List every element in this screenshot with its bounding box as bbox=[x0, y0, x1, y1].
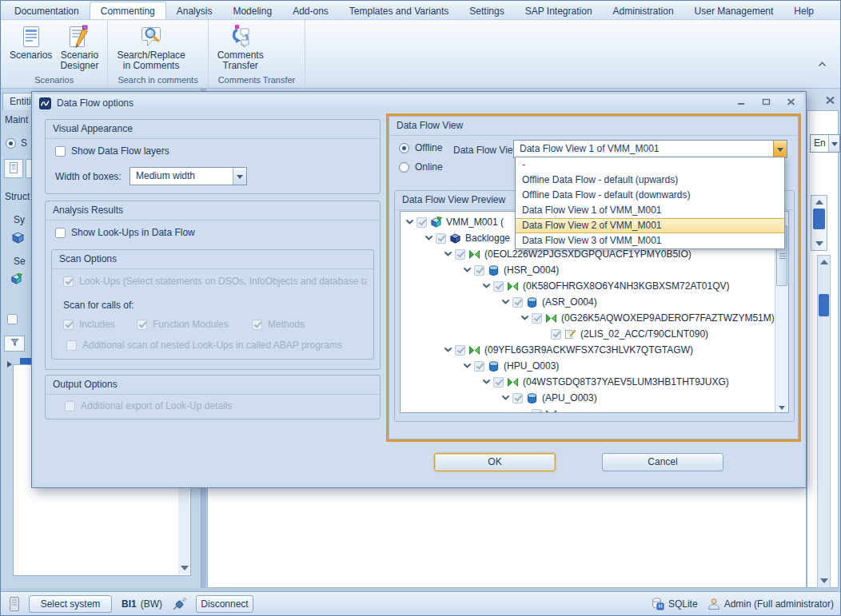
offline-radio[interactable]: Offline bbox=[399, 142, 442, 153]
dropdown-option[interactable]: Offline Data Flow - default (upwards) bbox=[516, 173, 784, 188]
tree-row[interactable]: (ASR_O004) bbox=[401, 294, 788, 310]
background-toolbar-button[interactable] bbox=[4, 159, 23, 178]
transformation-icon bbox=[468, 248, 480, 260]
scenario-designer-button[interactable]: Scenario Designer bbox=[56, 22, 102, 73]
maximize-button[interactable] bbox=[759, 97, 773, 107]
dropdown-option[interactable]: Data Flow View 2 of VMM_M001 bbox=[516, 218, 784, 233]
tab-templates-and-variants[interactable]: Templates and Variants bbox=[339, 2, 460, 19]
tree-row[interactable]: (0G26K5AQWOXEP9ADEROF7FAZTWZYM51M) bbox=[401, 310, 788, 326]
chevron-down-icon[interactable] bbox=[423, 236, 434, 240]
online-radio[interactable]: Online bbox=[399, 161, 443, 173]
background-vertical-scrollbar[interactable] bbox=[817, 255, 831, 588]
user-label: Admin (Full administrator) bbox=[724, 598, 834, 610]
filter-funnel-icon[interactable] bbox=[4, 336, 25, 352]
scrollbar-thumb[interactable] bbox=[819, 294, 829, 316]
application-window: DocumentationCommentingAnalysisModelingA… bbox=[0, 0, 841, 616]
tree-row[interactable]: (APU_O003) bbox=[401, 390, 788, 406]
user-indicator: Admin (Full administrator) bbox=[707, 598, 834, 610]
tree-row[interactable]: (HPU_O003) bbox=[401, 358, 788, 374]
background-subsection-label: Struct bbox=[5, 191, 30, 202]
dialog-title-bar[interactable]: Data Flow options bbox=[34, 94, 803, 112]
cancel-button[interactable]: Cancel bbox=[602, 453, 723, 471]
data-flow-view-select[interactable]: Data Flow View 1 of VMM_M001 bbox=[513, 140, 787, 158]
chevron-down-icon[interactable] bbox=[500, 395, 511, 400]
analysis-results-group: Analysis Results Show Look-Ups in Data F… bbox=[45, 201, 381, 370]
tab-help[interactable]: Help bbox=[783, 2, 824, 19]
scrollbar-thumb[interactable] bbox=[813, 209, 825, 229]
tree-checkbox bbox=[455, 249, 465, 260]
tree-row[interactable]: (0K58OFHRGX8O6Y4NH3KGBXSM72AT01QV) bbox=[401, 278, 788, 294]
transformation-icon bbox=[545, 408, 557, 414]
tab-documentation[interactable]: Documentation bbox=[4, 2, 90, 19]
tree-row[interactable]: (2LIS_02_ACC/T90CLNT090) bbox=[401, 326, 788, 342]
width-of-boxes-select[interactable]: Medium width bbox=[130, 167, 247, 185]
tab-administration[interactable]: Administration bbox=[603, 2, 684, 19]
chevron-down-icon[interactable] bbox=[442, 348, 453, 352]
disconnect-button[interactable]: Disconnect bbox=[196, 595, 253, 613]
tree-row-label: (0G26K5AQWOXEP9ADEROF7FAZTWZYM51M) bbox=[561, 312, 775, 324]
status-bar: Select system BI1 (BW) Disconnect H SQLi… bbox=[1, 591, 840, 615]
ok-button[interactable]: OK bbox=[434, 453, 556, 471]
checkbox-label: Function Modules bbox=[153, 319, 229, 330]
dropdown-option[interactable]: Offline Data Flow - default (downwards) bbox=[516, 188, 784, 203]
minimize-button[interactable] bbox=[734, 97, 748, 107]
tree-row[interactable] bbox=[401, 406, 788, 413]
background-radio[interactable]: S bbox=[6, 137, 27, 149]
tab-commenting[interactable]: Commenting bbox=[90, 2, 166, 19]
dropdown-button[interactable] bbox=[773, 141, 787, 157]
search-replace-icon bbox=[138, 24, 165, 50]
close-button[interactable] bbox=[783, 97, 798, 107]
collapse-ribbon-button[interactable] bbox=[815, 58, 829, 70]
chevron-down-icon[interactable] bbox=[480, 284, 492, 288]
language-select[interactable]: En bbox=[810, 134, 840, 153]
tree-row[interactable]: (HSR_O004) bbox=[401, 262, 788, 278]
tab-analysis[interactable]: Analysis bbox=[166, 2, 223, 19]
checkbox-icon bbox=[63, 320, 74, 330]
background-radio-label: S bbox=[21, 137, 27, 149]
ribbon-group-search-in-comments: Search/Replace in CommentsSearch in comm… bbox=[108, 20, 208, 88]
show-data-flow-layers-checkbox[interactable]: Show Data Flow layers bbox=[55, 145, 169, 157]
chevron-down-icon[interactable] bbox=[480, 380, 492, 384]
tree-checkbox bbox=[474, 361, 484, 372]
select-system-button[interactable]: Select system bbox=[29, 595, 112, 613]
close-icon[interactable] bbox=[823, 95, 837, 108]
comments-transfer-button[interactable]: Comments Transfer bbox=[213, 22, 268, 73]
background-checkbox[interactable] bbox=[7, 314, 18, 324]
chevron-down-icon[interactable] bbox=[442, 252, 453, 256]
checkbox-icon bbox=[55, 228, 66, 238]
chevron-down-icon[interactable] bbox=[519, 316, 530, 320]
tab-user-management[interactable]: User Management bbox=[684, 2, 784, 19]
tree-checkbox bbox=[532, 409, 542, 414]
chevron-down-icon[interactable] bbox=[500, 300, 511, 304]
language-dropdown-button[interactable] bbox=[828, 135, 839, 152]
tab-sap-integration[interactable]: SAP Integration bbox=[515, 2, 603, 19]
search-replace-in-comments-button[interactable]: Search/Replace in Comments bbox=[113, 22, 189, 73]
tab-settings[interactable]: Settings bbox=[459, 2, 514, 19]
cube-icon bbox=[449, 232, 461, 244]
tab-add-ons[interactable]: Add-ons bbox=[282, 2, 339, 19]
checkbox-icon bbox=[137, 320, 147, 330]
show-lookups-checkbox[interactable]: Show Look-Ups in Data Flow bbox=[55, 227, 195, 238]
tree-checkbox bbox=[455, 345, 465, 356]
chevron-down-icon[interactable] bbox=[461, 268, 472, 272]
tree-row-label: (HSR_O004) bbox=[504, 264, 559, 276]
checkbox-label: Show Look-Ups in Data Flow bbox=[71, 227, 195, 238]
tree-row-label: (0K58OFHRGX8O6Y4NH3KGBXSM72AT01QV) bbox=[523, 280, 730, 292]
dropdown-option[interactable]: Data Flow View 1 of VMM_M001 bbox=[516, 203, 784, 218]
chevron-down-icon[interactable] bbox=[404, 220, 415, 225]
tab-modeling[interactable]: Modeling bbox=[222, 2, 282, 19]
group-title: Data Flow View bbox=[389, 117, 798, 136]
chevron-down-icon[interactable] bbox=[461, 364, 472, 368]
background-small-scrollbar[interactable] bbox=[811, 195, 827, 251]
dropdown-option[interactable]: Data Flow View 3 of VMM_M001 bbox=[516, 233, 784, 248]
dropdown-option[interactable]: - bbox=[516, 157, 784, 173]
dropdown-button[interactable] bbox=[233, 168, 246, 185]
tree-checkbox bbox=[512, 297, 523, 308]
tree-row[interactable]: (09YFL6G3R9ACKWFSX7C3HLVK7QTGTAGW) bbox=[401, 342, 788, 358]
document-icon bbox=[8, 161, 19, 177]
scenarios-button[interactable]: Scenarios bbox=[6, 22, 56, 62]
tree-row[interactable]: (04WSTGDQ8T37YAEV5LUM3HB1THT9JUXG) bbox=[401, 374, 788, 390]
checkbox-includes: Includes bbox=[63, 319, 115, 330]
checkbox-icon bbox=[55, 146, 66, 157]
lookups-checkbox: Look-Ups (Select statements on DSOs, Inf… bbox=[63, 276, 367, 287]
